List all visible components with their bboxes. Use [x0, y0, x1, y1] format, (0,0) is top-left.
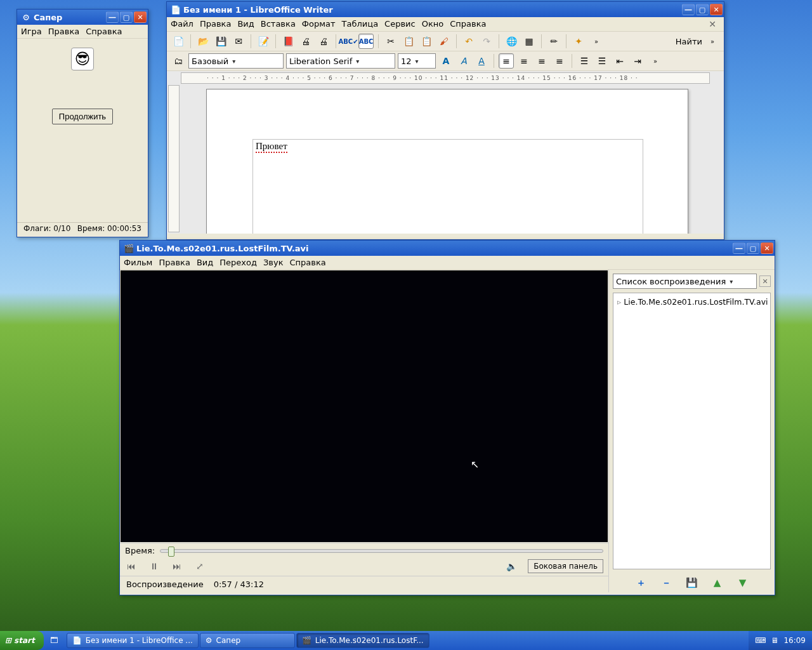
edit-mode-icon[interactable]: 📝: [256, 34, 271, 49]
numbered-list-icon[interactable]: ☰: [577, 53, 592, 69]
copy-icon[interactable]: 📋: [401, 34, 416, 49]
save-icon[interactable]: 💾: [213, 34, 228, 49]
playlist-selector-combo[interactable]: Список воспроизведения▾: [613, 274, 757, 289]
menu-edit[interactable]: Правка: [48, 27, 79, 36]
pause-button[interactable]: ⏸: [148, 560, 160, 572]
menu-table[interactable]: Таблица: [342, 19, 379, 29]
font-size-combo[interactable]: 12▾: [398, 53, 436, 69]
menu-insert[interactable]: Вставка: [261, 19, 296, 29]
close-button[interactable]: ✕: [134, 11, 147, 23]
menu-file[interactable]: Файл: [171, 19, 193, 29]
bulleted-list-icon[interactable]: ☰: [594, 53, 610, 69]
menu-game[interactable]: Игра: [21, 27, 42, 36]
side-panel-button[interactable]: Боковая панель: [528, 559, 603, 573]
menu-view[interactable]: Вид: [197, 258, 213, 267]
paste-icon[interactable]: 📋: [419, 34, 434, 49]
taskbar-task-writer[interactable]: 📄 Без имени 1 - LibreOffice ...: [67, 633, 199, 648]
align-left-icon[interactable]: ≡: [499, 53, 514, 69]
menu-view[interactable]: Вид: [237, 19, 254, 29]
seek-thumb[interactable]: [168, 547, 174, 557]
chevron-down-icon[interactable]: »: [648, 53, 663, 69]
move-up-button[interactable]: ▲: [712, 577, 723, 588]
move-down-button[interactable]: ▼: [737, 577, 749, 588]
start-button[interactable]: ⊞ start: [0, 631, 44, 650]
new-doc-icon[interactable]: 📄: [171, 34, 186, 49]
email-icon[interactable]: ✉: [231, 34, 246, 49]
menu-help[interactable]: Справка: [450, 19, 486, 29]
styles-icon[interactable]: 🗂: [171, 53, 186, 69]
menu-help[interactable]: Справка: [289, 258, 325, 267]
show-draw-icon[interactable]: ✏: [546, 34, 561, 49]
align-justify-icon[interactable]: ≡: [552, 53, 567, 69]
text-frame[interactable]: Прювет: [252, 139, 643, 234]
save-playlist-button[interactable]: 💾: [686, 577, 698, 588]
minimize-button[interactable]: ―: [682, 4, 695, 15]
find-label[interactable]: Найти: [676, 37, 702, 46]
menu-format[interactable]: Формат: [302, 19, 336, 29]
underline-icon[interactable]: A: [474, 53, 489, 69]
menu-edit[interactable]: Правка: [200, 19, 231, 29]
redo-icon[interactable]: ↷: [479, 34, 494, 49]
playlist-list[interactable]: ▹ Lie.To.Me.s02e01.rus.LostFilm.TV.avi: [613, 293, 771, 569]
minesweeper-face-icon[interactable]: 😎: [71, 48, 94, 70]
tray-keyboard-icon[interactable]: ⌨: [755, 636, 766, 645]
minimize-button[interactable]: ―: [733, 242, 745, 254]
menu-window[interactable]: Окно: [422, 19, 444, 29]
print-preview-icon[interactable]: 🖨: [316, 34, 331, 49]
taskbar-task-player[interactable]: 🎬 Lie.To.Me.s02e01.rus.LostF...: [296, 633, 429, 648]
paragraph-style-combo[interactable]: Базовый▾: [188, 53, 284, 69]
player-titlebar[interactable]: 🎬 Lie.To.Me.s02e01.rus.LostFilm.TV.avi ―…: [120, 241, 775, 256]
font-name-combo[interactable]: Liberation Serif▾: [286, 53, 395, 69]
close-button[interactable]: ✕: [761, 242, 773, 254]
menu-movie[interactable]: Фильм: [124, 258, 152, 267]
next-button[interactable]: ⏭: [171, 560, 183, 572]
continue-button[interactable]: Продолжить: [52, 109, 113, 124]
seek-slider[interactable]: [160, 549, 603, 553]
horizontal-ruler[interactable]: · · · 1 · · · 2 · · · 3 · · · 4 · · · 5 …: [181, 72, 710, 84]
menu-go[interactable]: Переход: [219, 258, 257, 267]
show-desktop-icon[interactable]: 🗔: [48, 634, 60, 647]
volume-icon[interactable]: 🔈: [505, 560, 518, 572]
close-button[interactable]: ✕: [710, 4, 723, 15]
cut-icon[interactable]: ✂: [383, 34, 398, 49]
increase-indent-icon[interactable]: ⇥: [630, 53, 645, 69]
taskbar-task-minesweeper[interactable]: ⚙ Сапер: [200, 633, 295, 648]
close-document-icon[interactable]: ✕: [705, 19, 720, 29]
chevron-down-icon[interactable]: »: [705, 34, 720, 49]
document-page[interactable]: Прювет: [206, 89, 688, 234]
insert-table-icon[interactable]: ▦: [521, 34, 537, 49]
playlist-close-button[interactable]: ✕: [759, 275, 771, 287]
fullscreen-button[interactable]: ⤢: [193, 560, 206, 572]
undo-icon[interactable]: ↶: [461, 34, 476, 49]
menu-edit[interactable]: Правка: [159, 258, 190, 267]
tray-display-icon[interactable]: 🖥: [771, 636, 778, 645]
tray-clock[interactable]: 16:09: [783, 636, 806, 645]
spellcheck-icon[interactable]: ABC✔: [341, 34, 356, 49]
maximize-button[interactable]: ▢: [696, 4, 709, 15]
decrease-indent-icon[interactable]: ⇤: [612, 53, 627, 69]
align-right-icon[interactable]: ≡: [534, 53, 549, 69]
video-output[interactable]: ↖: [121, 270, 608, 542]
bold-icon[interactable]: A: [438, 53, 454, 69]
italic-icon[interactable]: A: [456, 53, 471, 69]
playlist-item[interactable]: ▹ Lie.To.Me.s02e01.rus.LostFilm.TV.avi: [617, 297, 766, 307]
writer-titlebar[interactable]: 📄 Без имени 1 - LibreOffice Writer ― ▢ ✕: [167, 2, 724, 17]
menu-help[interactable]: Справка: [86, 27, 122, 36]
chevron-down-icon[interactable]: »: [589, 34, 604, 49]
minesweeper-titlebar[interactable]: ⚙ Сапер ― ▢ ✕: [17, 10, 148, 25]
remove-button[interactable]: －: [661, 577, 672, 588]
open-icon[interactable]: 📂: [195, 34, 211, 49]
print-direct-icon[interactable]: 🖨: [298, 34, 313, 49]
format-paintbrush-icon[interactable]: 🖌: [436, 34, 452, 49]
add-button[interactable]: ＋: [636, 577, 647, 588]
export-pdf-icon[interactable]: 📕: [280, 34, 296, 49]
vertical-ruler[interactable]: [168, 85, 180, 232]
maximize-button[interactable]: ▢: [120, 11, 133, 23]
maximize-button[interactable]: ▢: [747, 242, 759, 254]
hyperlink-icon[interactable]: 🌐: [504, 34, 519, 49]
previous-button[interactable]: ⏮: [125, 560, 138, 572]
autospellcheck-icon[interactable]: ABC: [358, 34, 374, 49]
align-center-icon[interactable]: ≡: [516, 53, 532, 69]
minimize-button[interactable]: ―: [106, 11, 119, 23]
menu-tools[interactable]: Сервис: [384, 19, 416, 29]
